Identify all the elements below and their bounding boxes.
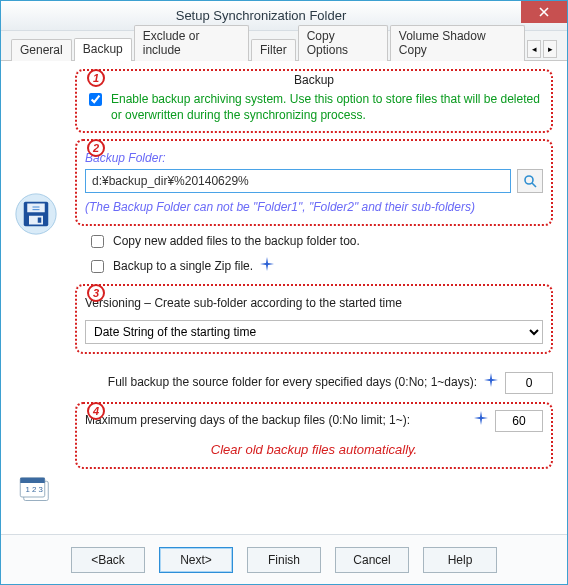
svg-rect-7	[20, 478, 45, 483]
tab-scroll-left[interactable]: ◂	[527, 40, 541, 58]
backup-folder-hint: (The Backup Folder can not be "Folder1",…	[85, 199, 543, 215]
tab-copy-options[interactable]: Copy Options	[298, 25, 388, 61]
copy-new-files-label: Copy new added files to the backup folde…	[113, 234, 360, 248]
svg-text:1 2 3: 1 2 3	[26, 485, 44, 494]
tab-general[interactable]: General	[11, 39, 72, 61]
cancel-button[interactable]: Cancel	[335, 547, 409, 573]
tab-backup[interactable]: Backup	[74, 38, 132, 61]
max-preserve-days-input[interactable]	[495, 410, 543, 432]
svg-point-9	[525, 176, 533, 184]
annotation-num-1: 1	[87, 69, 105, 87]
section-enable-backup: 1 Backup Enable backup archiving system.…	[75, 69, 553, 133]
tab-volume-shadow-copy[interactable]: Volume Shadow Copy	[390, 25, 525, 61]
help-button[interactable]: Help	[423, 547, 497, 573]
tab-filter[interactable]: Filter	[251, 39, 296, 61]
section-versioning: 3 Versioning – Create sub-folder accordi…	[75, 284, 553, 354]
max-preserve-row: Maximum preserving days of the backup fi…	[85, 410, 543, 432]
disk-illustration	[15, 193, 57, 238]
section-max-preserve: 4 Maximum preserving days of the backup …	[75, 402, 553, 469]
sparkle-icon	[473, 411, 489, 430]
calendar-stack-icon: 1 2 3	[15, 469, 57, 511]
copy-new-files-checkbox[interactable]	[91, 235, 104, 248]
annotation-num-3: 3	[87, 284, 105, 302]
magnifier-icon	[523, 174, 537, 188]
annotation-num-4: 4	[87, 402, 105, 420]
full-backup-days-input[interactable]	[505, 372, 553, 394]
versioning-title: Versioning – Create sub-folder according…	[85, 296, 543, 310]
sparkle-icon	[483, 373, 499, 392]
backup-folder-header: Backup Folder:	[85, 151, 543, 165]
back-button[interactable]: <Back	[71, 547, 145, 573]
tab-strip: General Backup Exclude or include Filter…	[1, 31, 567, 61]
dialog-footer: <Back Next> Finish Cancel Help	[1, 534, 567, 584]
backup-folder-path-row	[85, 169, 543, 193]
backup-zip-checkbox[interactable]	[91, 260, 104, 273]
enable-backup-row[interactable]: Enable backup archiving system. Use this…	[85, 91, 543, 123]
calendar-illustration: 1 2 3	[15, 469, 57, 514]
tab-scroll-group: ◂ ▸	[527, 40, 557, 60]
backup-zip-row[interactable]: Backup to a single Zip file.	[87, 257, 553, 276]
versioning-select-row: Date String of the starting time	[85, 320, 543, 344]
tab-content: 1 2 3 1 Backup Enable backup archiving s…	[1, 61, 567, 534]
sparkle-icon	[259, 257, 275, 276]
finish-button[interactable]: Finish	[247, 547, 321, 573]
window-title: Setup Synchronization Folder	[1, 8, 521, 23]
section-backup-folder: 2 Backup Folder: (The Backup Folder can …	[75, 139, 553, 225]
max-preserve-label: Maximum preserving days of the backup fi…	[85, 413, 467, 429]
full-backup-label: Full backup the source folder for every …	[75, 375, 477, 391]
floppy-icon	[15, 193, 57, 235]
enable-backup-label: Enable backup archiving system. Use this…	[111, 91, 543, 123]
svg-rect-2	[27, 204, 45, 213]
backup-zip-label: Backup to a single Zip file.	[113, 259, 253, 273]
backup-folder-input[interactable]	[85, 169, 511, 193]
clear-old-note: Clear old backup files automatically.	[85, 442, 543, 457]
copy-new-files-row[interactable]: Copy new added files to the backup folde…	[87, 232, 553, 251]
close-button[interactable]	[521, 1, 567, 23]
enable-backup-checkbox[interactable]	[89, 93, 102, 106]
full-backup-row: Full backup the source folder for every …	[75, 372, 553, 394]
browse-folder-button[interactable]	[517, 169, 543, 193]
tab-scroll-right[interactable]: ▸	[543, 40, 557, 58]
versioning-select[interactable]: Date String of the starting time	[85, 320, 543, 344]
next-button[interactable]: Next>	[159, 547, 233, 573]
dialog-window: Setup Synchronization Folder General Bac…	[0, 0, 568, 585]
tab-exclude-include[interactable]: Exclude or include	[134, 25, 249, 61]
close-icon	[539, 7, 549, 17]
svg-rect-4	[38, 218, 42, 223]
section-title-backup: Backup	[85, 73, 543, 87]
